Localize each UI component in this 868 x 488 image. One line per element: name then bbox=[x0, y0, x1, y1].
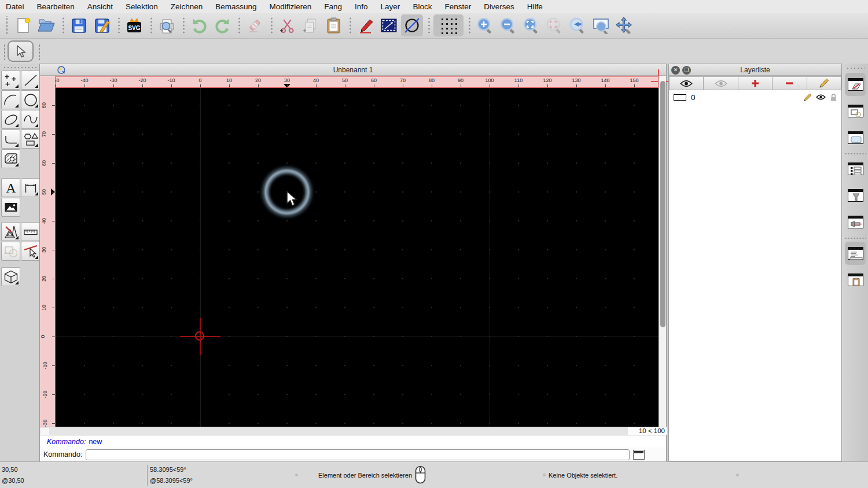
auto-zoom-button[interactable] bbox=[520, 14, 542, 36]
dock-block-list-button[interactable] bbox=[845, 99, 866, 123]
toolbar-drag-handle[interactable] bbox=[5, 16, 9, 35]
menu-item-ansicht[interactable]: Ansicht bbox=[87, 2, 113, 11]
drawing-canvas[interactable] bbox=[56, 88, 659, 427]
h-ruler-label: 100 bbox=[485, 77, 494, 83]
layer-row[interactable]: 0 bbox=[669, 91, 841, 103]
copy-button[interactable] bbox=[299, 14, 321, 36]
menu-item-datei[interactable]: Datei bbox=[6, 2, 24, 11]
menu-item-info[interactable]: Info bbox=[355, 2, 368, 11]
zoom-window-button[interactable] bbox=[590, 14, 612, 36]
paste-button[interactable] bbox=[322, 14, 344, 36]
horizontal-scrollbar[interactable]: 10 < 100 bbox=[40, 427, 667, 435]
pan-button[interactable] bbox=[613, 14, 635, 36]
tool-shape-button[interactable] bbox=[21, 130, 40, 149]
tool-line-button[interactable] bbox=[21, 71, 40, 90]
edit-layer-button[interactable] bbox=[807, 76, 841, 90]
palette-drag-handle[interactable] bbox=[2, 65, 37, 70]
dock-selection-filter-button[interactable] bbox=[845, 184, 866, 207]
tool-modify-select-button[interactable] bbox=[21, 242, 40, 261]
grid-toggle-button[interactable] bbox=[433, 14, 464, 36]
dock-pen-toolbar-button[interactable] bbox=[845, 210, 866, 234]
drawing-window-title-bar[interactable]: Unbenannt 1 bbox=[40, 64, 666, 76]
toolbar-drag-handle[interactable] bbox=[2, 43, 7, 60]
open-file-button[interactable] bbox=[35, 14, 57, 36]
v-ruler-tick bbox=[52, 221, 55, 221]
layer-visibility-eye-icon[interactable] bbox=[816, 94, 826, 100]
save-button[interactable] bbox=[68, 14, 90, 36]
menu-item-selektion[interactable]: Selektion bbox=[126, 2, 158, 11]
draft-mode-button[interactable] bbox=[401, 14, 423, 36]
layer-lock-icon[interactable] bbox=[830, 93, 837, 102]
zoom-selection-button[interactable] bbox=[543, 14, 565, 36]
tool-circle-button[interactable] bbox=[21, 90, 40, 109]
selection-toolbar bbox=[0, 39, 868, 64]
toolbar-separator bbox=[180, 16, 186, 35]
menu-item-layer[interactable]: Layer bbox=[381, 2, 400, 11]
tool-polyline-button[interactable] bbox=[1, 130, 20, 149]
dock-command-line-button[interactable] bbox=[845, 242, 866, 265]
layer-panel-title-bar[interactable]: ✕ ❐ Layerliste bbox=[669, 64, 841, 76]
h-ruler-label: -50 bbox=[56, 77, 60, 83]
tool-points-button[interactable] bbox=[1, 71, 20, 90]
command-input[interactable] bbox=[86, 449, 630, 460]
dock-clipboard-button[interactable] bbox=[845, 268, 866, 291]
print-preview-button[interactable] bbox=[156, 14, 178, 36]
tool-spline-button[interactable] bbox=[21, 110, 40, 129]
tool-arc-button[interactable] bbox=[1, 90, 20, 109]
show-all-layers-button[interactable] bbox=[669, 76, 704, 90]
menu-item-bemassung[interactable]: Bemassung bbox=[215, 2, 256, 11]
dock-library-browser-button[interactable] bbox=[845, 157, 866, 180]
tool-draw-misc-button[interactable] bbox=[1, 222, 20, 241]
add-layer-button[interactable] bbox=[738, 76, 773, 90]
h-ruler-tick bbox=[518, 84, 519, 87]
selection-mode-button[interactable] bbox=[378, 14, 400, 36]
dock-property-editor-button[interactable] bbox=[845, 126, 866, 149]
menu-item-fang[interactable]: Fang bbox=[324, 2, 342, 11]
toolbar-drag-handle[interactable] bbox=[37, 43, 42, 60]
command-line-row: Kommando: bbox=[40, 448, 666, 461]
hatch-icon bbox=[3, 151, 19, 167]
tool-image-button[interactable] bbox=[1, 198, 20, 217]
command-widget-toggle-button[interactable] bbox=[633, 450, 645, 460]
menu-item-bearbeiten[interactable]: Bearbeiten bbox=[37, 2, 75, 11]
tool-ellipse-button[interactable] bbox=[1, 110, 20, 129]
zoom-previous-button[interactable] bbox=[567, 14, 589, 36]
svg-export-button[interactable]: SVG bbox=[123, 14, 145, 36]
h-ruler-label: -10 bbox=[167, 77, 175, 83]
remove-layer-button[interactable] bbox=[773, 76, 807, 90]
zoom-in-button[interactable] bbox=[474, 14, 496, 36]
tool-3d-button[interactable] bbox=[1, 267, 20, 286]
select-tool-button[interactable] bbox=[8, 40, 34, 62]
vertical-scrollbar-thumb[interactable] bbox=[660, 81, 665, 327]
tool-boolean-button[interactable] bbox=[1, 242, 20, 261]
tool-measure-button[interactable] bbox=[21, 222, 40, 241]
vertical-scrollbar[interactable] bbox=[659, 76, 666, 427]
svg-text:A: A bbox=[6, 180, 16, 195]
menu-item-modifizieren[interactable]: Modifizieren bbox=[270, 2, 312, 11]
erase-button[interactable] bbox=[244, 14, 266, 36]
cut-button[interactable] bbox=[276, 14, 298, 36]
tool-hatch-button[interactable] bbox=[1, 149, 20, 168]
menu-item-fenster[interactable]: Fenster bbox=[444, 2, 471, 11]
panel-float-button[interactable]: ❐ bbox=[682, 66, 691, 75]
undo-button[interactable] bbox=[188, 14, 210, 36]
menu-item-diverses[interactable]: Diverses bbox=[484, 2, 514, 11]
panel-close-button[interactable]: ✕ bbox=[671, 66, 680, 75]
dock-layer-list-button[interactable] bbox=[845, 73, 866, 96]
menu-item-zeichnen[interactable]: Zeichnen bbox=[171, 2, 203, 11]
save-as-button[interactable] bbox=[91, 14, 113, 36]
dock-drag-handle[interactable] bbox=[845, 66, 865, 71]
h-ruler-label: 90 bbox=[458, 77, 464, 83]
grid-dots bbox=[56, 88, 659, 427]
layer-edit-pencil-icon[interactable] bbox=[803, 93, 812, 102]
zoom-out-button[interactable] bbox=[497, 14, 519, 36]
tool-text-button[interactable]: A bbox=[1, 178, 20, 197]
menu-item-block[interactable]: Block bbox=[413, 2, 432, 11]
redo-button[interactable] bbox=[211, 14, 233, 36]
v-ruler-tick bbox=[52, 105, 55, 106]
tool-dimension-button[interactable] bbox=[21, 178, 40, 197]
show-active-layer-button[interactable] bbox=[704, 76, 738, 90]
new-file-button[interactable] bbox=[12, 14, 34, 36]
draw-pen-button[interactable] bbox=[355, 14, 377, 36]
menu-item-hilfe[interactable]: Hilfe bbox=[527, 2, 543, 11]
